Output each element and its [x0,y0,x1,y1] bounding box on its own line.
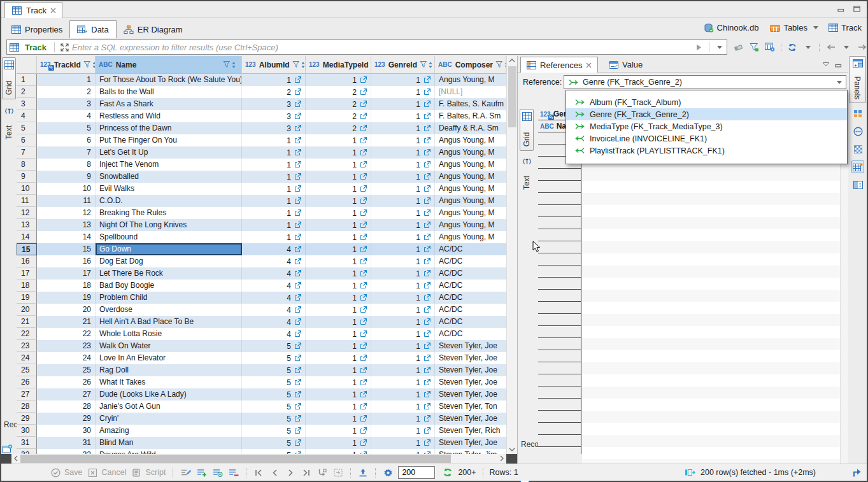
open-reference-icon[interactable] [423,161,430,168]
cell-name[interactable]: Love In An Elevator [96,352,242,364]
cell-genreid[interactable]: 1 [371,292,435,304]
cell-trackid[interactable]: 31 [37,437,96,449]
cell-trackid[interactable]: 29 [37,413,96,425]
cell-composer[interactable]: Angus Young, M [435,195,506,207]
open-reference-icon[interactable] [423,137,430,144]
cell-mediatypeid[interactable]: 1 [306,340,371,352]
chevron-down-icon[interactable] [837,81,842,84]
open-reference-icon[interactable] [423,185,430,192]
row-number[interactable]: 4 [17,110,37,122]
next-row-icon[interactable] [285,467,296,478]
table-row[interactable]: 2525Rag Doll511Steven Tyler, Joe [17,364,506,376]
open-reference-icon[interactable] [423,149,430,156]
open-reference-icon[interactable] [360,137,367,144]
cell-name[interactable]: Deuces Are Wild [96,449,242,454]
cell-composer[interactable]: Steven Tyler, Rich [435,425,506,437]
cell-albumid[interactable]: 4 [242,316,306,328]
cell-trackid[interactable]: 19 [37,292,96,304]
cell-genreid[interactable]: 1 [371,328,435,340]
tab-er-diagram[interactable]: ER Diagram [117,20,190,38]
sql-filter-input[interactable] [72,41,692,53]
close-icon[interactable] [586,62,592,68]
table-row[interactable]: 1616Dog Eat Dog411AC/DC [17,255,506,267]
open-reference-icon[interactable] [294,89,301,96]
export-data-icon[interactable] [357,467,369,478]
open-reference-icon[interactable] [360,185,367,192]
cell-name[interactable]: Balls to the Wall [96,86,242,98]
cell-trackid[interactable]: 21 [37,316,96,328]
cell-genreid[interactable]: 1 [371,376,435,388]
panel-minimize-icon[interactable] [835,61,842,67]
cell-composer[interactable]: Angus Young, M [435,134,506,146]
cell-name[interactable]: What It Takes [96,376,242,388]
row-number[interactable]: 11 [17,195,37,207]
open-reference-icon[interactable] [360,101,367,108]
cell-name[interactable]: Dog Eat Dog [96,255,242,267]
open-reference-icon[interactable] [360,439,367,446]
open-reference-icon[interactable] [360,367,367,374]
open-reference-icon[interactable] [360,270,367,277]
scroll-up-icon[interactable] [508,56,516,65]
table-row[interactable]: 1313Night Of The Long Knives111Angus You… [17,219,506,231]
row-number[interactable]: 21 [17,316,37,328]
cell-name[interactable]: Amazing [96,425,242,437]
cell-albumid[interactable]: 1 [242,74,306,86]
cell-composer[interactable]: F. Baltes, S. Kaufm [435,98,506,110]
table-row[interactable]: 1717Let There Be Rock411AC/DC [17,267,506,280]
open-reference-icon[interactable] [360,330,367,337]
cell-albumid[interactable]: 4 [242,267,306,280]
cell-trackid[interactable]: 5 [37,122,96,134]
open-reference-icon[interactable] [360,343,367,350]
row-number[interactable]: 23 [17,340,37,352]
cell-mediatypeid[interactable]: 1 [306,231,371,243]
open-reference-icon[interactable] [294,379,301,386]
cell-mediatypeid[interactable]: 1 [306,376,371,388]
cell-genreid[interactable]: 1 [371,134,435,146]
row-number[interactable]: 20 [17,304,37,316]
settings-gear-icon[interactable] [382,467,394,478]
cell-trackid[interactable]: 14 [37,231,96,243]
tab-references[interactable]: References [520,57,598,73]
add-row-icon[interactable] [196,467,208,478]
open-reference-icon[interactable] [423,125,430,132]
open-reference-icon[interactable] [294,173,301,180]
cell-trackid[interactable]: 20 [37,304,96,316]
open-reference-icon[interactable] [423,415,430,422]
reference-combobox[interactable]: Genre (FK_Track_Genre_2) [564,75,846,89]
cell-genreid[interactable]: 1 [371,219,435,231]
cell-name[interactable]: Inject The Venom [96,159,242,171]
open-reference-icon[interactable] [294,306,301,313]
open-reference-icon[interactable] [294,355,301,362]
cell-genreid[interactable]: 1 [371,267,435,280]
open-reference-icon[interactable] [294,149,301,156]
cell-composer[interactable]: AC/DC [435,304,506,316]
cell-genreid[interactable]: 1 [371,388,435,400]
open-reference-icon[interactable] [294,197,301,204]
open-reference-icon[interactable] [294,161,301,168]
cell-genreid[interactable]: 1 [371,195,435,207]
cell-composer[interactable]: Angus Young, M [435,159,506,171]
save-button[interactable]: Save [50,467,83,478]
horizontal-scrollbar[interactable] [11,454,506,464]
cell-trackid[interactable]: 18 [37,280,96,292]
open-reference-icon[interactable] [423,270,430,277]
dropdown-item[interactable]: Genre (FK_Track_Genre_2) [566,108,847,120]
table-row[interactable]: 2626What It Takes511Steven Tyler, Joe [17,376,506,388]
cell-albumid[interactable]: 5 [242,449,306,454]
cell-name[interactable]: Dude (Looks Like A Lady) [96,388,242,400]
horizontal-scroll-thumb[interactable] [20,455,451,463]
open-reference-icon[interactable] [423,367,430,374]
open-reference-icon[interactable] [360,89,367,96]
open-reference-icon[interactable] [294,343,301,350]
cell-name[interactable]: Bad Boy Boogie [96,280,242,292]
cell-mediatypeid[interactable]: 1 [306,171,371,183]
open-reference-icon[interactable] [423,439,430,446]
row-number[interactable]: 28 [17,400,37,413]
cell-mediatypeid[interactable]: 1 [306,255,371,267]
cell-albumid[interactable]: 5 [242,352,306,364]
cell-albumid[interactable]: 1 [242,159,306,171]
refresh-chevron-icon[interactable] [801,40,815,54]
cell-name[interactable]: Overdose [96,304,242,316]
cell-albumid[interactable]: 1 [242,195,306,207]
column-header-composer[interactable]: ABCComposer [435,56,506,74]
